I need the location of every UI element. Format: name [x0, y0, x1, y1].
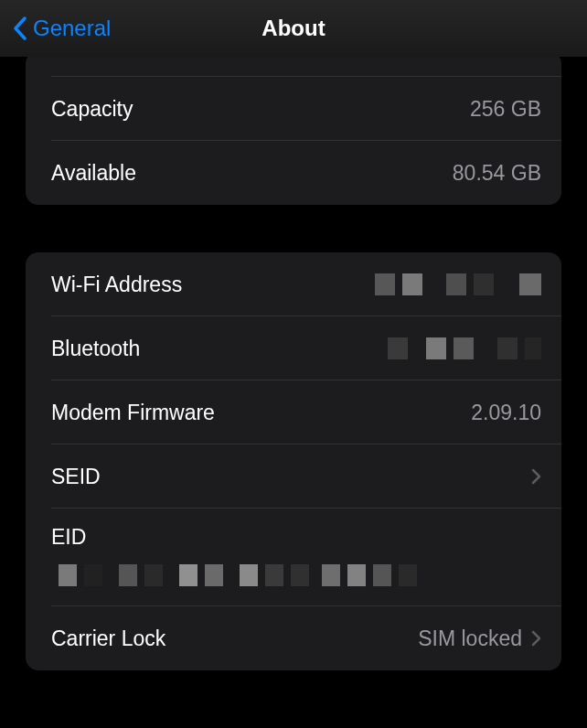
row-available[interactable]: Available 80.54 GB	[26, 141, 561, 205]
modem-firmware-label: Modem Firmware	[51, 401, 215, 425]
available-label: Available	[51, 161, 136, 186]
row-wifi-address[interactable]: Wi-Fi Address	[26, 252, 561, 316]
eid-redacted	[59, 564, 541, 586]
carrier-lock-value-group: SIM locked	[418, 626, 541, 651]
available-value: 80.54 GB	[453, 161, 541, 186]
carrier-lock-value: SIM locked	[418, 626, 522, 651]
row-modem-firmware[interactable]: Modem Firmware 2.09.10	[26, 380, 561, 444]
modem-firmware-value: 2.09.10	[471, 401, 541, 425]
row-bluetooth[interactable]: Bluetooth	[26, 316, 561, 380]
carrier-lock-label: Carrier Lock	[51, 626, 165, 651]
section-storage: Applications Capacity 256 GB Available 8…	[26, 51, 561, 205]
navigation-bar: General About	[0, 0, 587, 57]
eid-label: EID	[51, 525, 86, 549]
content-area: Applications Capacity 256 GB Available 8…	[0, 51, 587, 670]
row-capacity[interactable]: Capacity 256 GB	[26, 77, 561, 141]
capacity-value: 256 GB	[470, 97, 541, 122]
page-title: About	[261, 16, 325, 41]
capacity-label: Capacity	[51, 97, 133, 122]
bluetooth-label: Bluetooth	[51, 337, 140, 361]
row-eid[interactable]: EID	[26, 509, 561, 606]
back-label: General	[33, 16, 111, 41]
chevron-left-icon	[13, 16, 27, 40]
back-button[interactable]: General	[13, 16, 111, 41]
chevron-right-icon	[531, 630, 541, 647]
chevron-right-icon	[531, 468, 541, 485]
seid-value-group	[522, 468, 541, 485]
seid-label: SEID	[51, 465, 101, 489]
row-carrier-lock[interactable]: Carrier Lock SIM locked	[26, 606, 561, 670]
row-seid[interactable]: SEID	[26, 444, 561, 509]
section-network: Wi-Fi Address Bluetooth Modem Firmware 2…	[26, 252, 561, 670]
wifi-address-redacted	[375, 273, 541, 295]
wifi-address-label: Wi-Fi Address	[51, 273, 182, 297]
bluetooth-redacted	[388, 337, 541, 359]
row-applications[interactable]: Applications	[26, 51, 561, 77]
